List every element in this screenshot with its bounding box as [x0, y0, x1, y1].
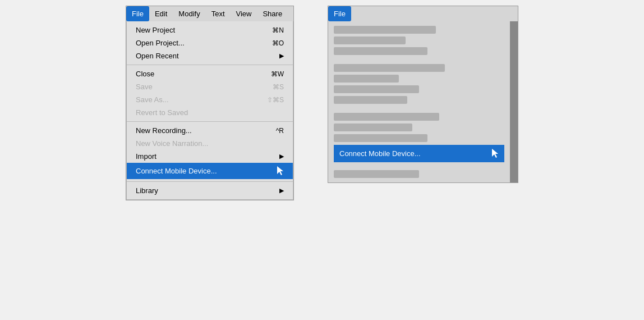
right-scrollbar[interactable]: [510, 21, 518, 182]
menu-edit[interactable]: Edit: [149, 6, 173, 21]
menu-view[interactable]: View: [231, 6, 257, 21]
right-content: Connect Mobile Device...: [328, 21, 518, 182]
menu-open-project-label: Open Project...: [136, 39, 185, 47]
menu-text[interactable]: Text: [206, 6, 231, 21]
separator-2: [127, 121, 293, 122]
menu-connect-mobile[interactable]: Connect Mobile Device...: [127, 163, 293, 179]
right-menubar: File: [328, 6, 518, 21]
menu-modify[interactable]: Modify: [173, 6, 205, 21]
right-panel: File Connect Mobile Device...: [328, 6, 518, 183]
menu-new-voice: New Voice Narration...: [127, 137, 293, 150]
placeholder-bar-8: [334, 113, 439, 121]
menu-save-as: Save As... ⇧⌘S: [127, 93, 293, 106]
menu-library[interactable]: Library ▶: [127, 184, 293, 197]
spacer-2: [334, 107, 504, 110]
menu-close-label: Close: [136, 70, 154, 78]
menu-close[interactable]: Close ⌘W: [127, 67, 293, 80]
placeholder-bar-2: [334, 36, 406, 44]
menu-close-shortcut: ⌘W: [271, 70, 284, 78]
placeholder-bar-6: [334, 85, 419, 93]
menu-new-recording-label: New Recording...: [136, 126, 192, 135]
placeholder-bar-9: [334, 124, 412, 131]
separator-1: [127, 65, 293, 65]
menu-save-label: Save: [136, 83, 153, 91]
separator-3: [127, 181, 293, 182]
menu-revert: Revert to Saved: [127, 106, 293, 119]
svg-marker-0: [277, 166, 283, 175]
menu-open-recent-arrow: ▶: [279, 52, 284, 60]
spacer-3: [334, 165, 504, 167]
menu-library-arrow: ▶: [279, 187, 284, 194]
menu-revert-label: Revert to Saved: [136, 108, 188, 117]
cursor-icon-left: [276, 165, 284, 177]
right-connect-mobile-label: Connect Mobile Device...: [339, 149, 421, 158]
menu-new-recording-shortcut: ^R: [276, 127, 284, 135]
right-connect-mobile[interactable]: Connect Mobile Device...: [334, 145, 504, 162]
placeholder-bar-1: [334, 26, 436, 34]
menu-import-label: Import: [136, 152, 157, 161]
menu-open-recent[interactable]: Open Recent ▶: [127, 49, 293, 62]
placeholder-bar-5: [334, 75, 399, 83]
menu-save-as-shortcut: ⇧⌘S: [267, 96, 284, 104]
menu-new-project-label: New Project: [136, 26, 175, 34]
cursor-icon-right: [491, 148, 499, 159]
menu-new-voice-label: New Voice Narration...: [136, 139, 208, 148]
placeholder-bar-4: [334, 64, 445, 72]
right-menu-file[interactable]: File: [328, 6, 351, 21]
menu-connect-mobile-label: Connect Mobile Device...: [136, 167, 217, 175]
menu-import-arrow: ▶: [279, 153, 284, 160]
menu-save-as-label: Save As...: [136, 95, 169, 104]
menu-new-project-shortcut: ⌘N: [272, 26, 284, 34]
menu-open-recent-label: Open Recent: [136, 52, 179, 60]
placeholder-bar-10: [334, 134, 427, 142]
spacer-1: [334, 58, 504, 61]
menu-save: Save ⌘S: [127, 80, 293, 93]
menu-library-label: Library: [136, 186, 158, 195]
menu-new-recording[interactable]: New Recording... ^R: [127, 124, 293, 137]
menu-save-shortcut: ⌘S: [273, 83, 284, 91]
menu-import[interactable]: Import ▶: [127, 150, 293, 163]
placeholder-bar-11: [334, 170, 419, 178]
left-menubar: File Edit Modify Text View Share: [126, 6, 293, 21]
file-dropdown: New Project ⌘N Open Project... ⌘O Open R…: [126, 21, 293, 200]
placeholder-bar-7: [334, 96, 407, 104]
left-panel: File Edit Modify Text View Share New Pro…: [126, 6, 294, 200]
menu-open-project-shortcut: ⌘O: [272, 39, 284, 47]
svg-marker-1: [492, 149, 498, 158]
menu-share[interactable]: Share: [257, 6, 288, 21]
menu-open-project[interactable]: Open Project... ⌘O: [127, 36, 293, 49]
right-list: Connect Mobile Device...: [328, 21, 510, 182]
menu-file[interactable]: File: [126, 6, 149, 21]
menu-new-project[interactable]: New Project ⌘N: [127, 24, 293, 36]
placeholder-bar-3: [334, 47, 427, 55]
